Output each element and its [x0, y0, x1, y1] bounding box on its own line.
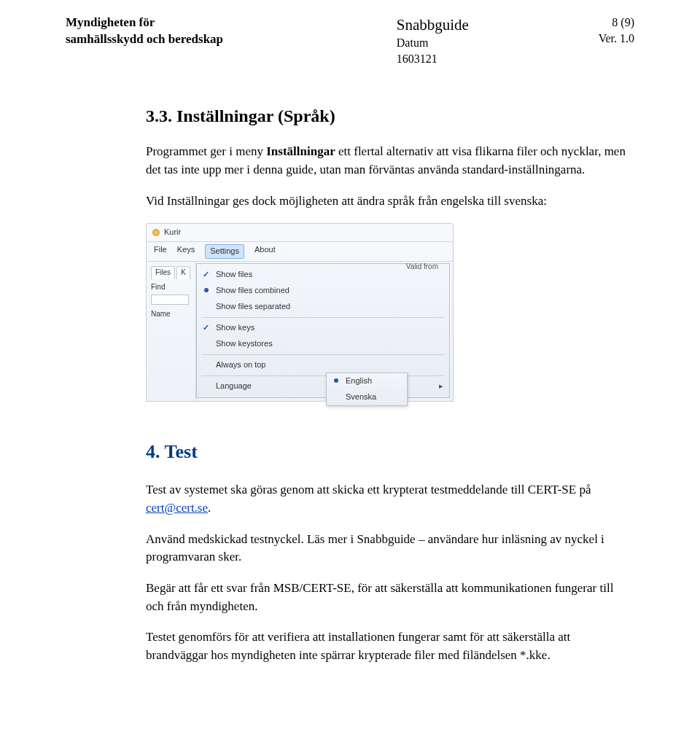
name-column-header: Name	[151, 309, 191, 320]
submenu-item-svenska[interactable]: Svenska	[327, 389, 407, 405]
doc-meta-mid: Snabbguide Datum 1603121	[397, 15, 469, 67]
page-number: 8 (9)	[599, 15, 634, 31]
doc-header: Myndigheten för samhällsskydd och bereds…	[66, 15, 634, 67]
app-icon	[152, 229, 160, 236]
org-line1: Myndigheten för	[66, 15, 223, 31]
doc-title: Snabbguide	[397, 15, 469, 35]
version: Ver. 1.0	[599, 31, 634, 47]
p1-text-b: .	[208, 501, 211, 515]
menu-file[interactable]: File	[154, 244, 167, 259]
section-3-3-p2: Vid Inställningar ges dock möjligheten a…	[146, 192, 634, 211]
menu-settings[interactable]: Settings	[205, 244, 244, 259]
ss-menubar: File Keys Settings About	[147, 242, 453, 262]
doc-meta-right: 8 (9) Ver. 1.0	[599, 15, 634, 46]
section-3-3-p1: Programmet ger i meny Inställningar ett …	[146, 143, 634, 179]
menu-item-show-files-separated[interactable]: Show files separated	[197, 299, 449, 315]
menu-separator	[201, 317, 445, 318]
tab-files[interactable]: Files	[151, 266, 175, 279]
ss-titlebar: Kurir	[147, 224, 453, 242]
section-3-3-title: 3.3. Inställningar (Språk)	[146, 104, 634, 129]
menu-keys[interactable]: Keys	[177, 244, 195, 259]
menu-item-language[interactable]: Language	[197, 378, 449, 394]
section-4-p4: Testet genomförs för att verifiera att i…	[146, 628, 634, 664]
find-input[interactable]	[151, 295, 189, 305]
date-label: Datum	[397, 35, 469, 51]
section-4-p2: Använd medskickad testnyckel. Läs mer i …	[146, 531, 634, 566]
p1-bold: Inställningar	[266, 144, 335, 158]
menu-about[interactable]: About	[254, 244, 276, 259]
menu-item-show-files[interactable]: Show files	[197, 267, 449, 283]
menu-separator	[201, 375, 445, 376]
menu-item-show-keys[interactable]: Show keys	[197, 320, 449, 336]
tab-k[interactable]: K	[176, 266, 190, 279]
menu-separator	[201, 354, 445, 355]
org-name: Myndigheten för samhällsskydd och bereds…	[66, 15, 223, 48]
ss-window-title: Kurir	[164, 227, 181, 238]
p1-text-a: Test av systemet ska göras genom att ski…	[146, 483, 591, 496]
menu-item-always-on-top[interactable]: Always on top	[197, 357, 449, 373]
kurir-screenshot: Kurir File Keys Settings About Files K F…	[146, 223, 454, 401]
section-4-title: 4. Test	[146, 438, 634, 466]
language-submenu: English Svenska	[326, 373, 408, 406]
find-label: Find	[151, 282, 191, 293]
date-value: 1603121	[397, 51, 469, 67]
menu-item-show-keystores[interactable]: Show keystores	[197, 336, 449, 352]
submenu-item-english[interactable]: English	[327, 373, 407, 389]
menu-item-show-files-combined[interactable]: Show files combined	[197, 283, 449, 299]
cert-email-link[interactable]: cert@cert.se	[146, 501, 208, 515]
p1-part-a: Programmet ger i meny	[146, 144, 266, 158]
settings-dropdown: Show files Show files combined Show file…	[196, 263, 450, 398]
ss-left-panel: Files K Find Name	[147, 262, 196, 401]
section-4-p3: Begär att får ett svar från MSB/CERT-SE,…	[146, 580, 634, 615]
section-4-p1: Test av systemet ska göras genom att ski…	[146, 481, 634, 517]
org-line2: samhällsskydd och beredskap	[66, 31, 223, 48]
